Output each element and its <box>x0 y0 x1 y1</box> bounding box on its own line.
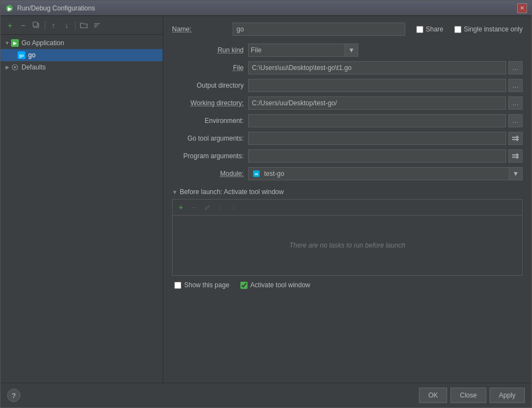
before-launch-section: ▼ Before launch: Activate tool window + … <box>172 188 523 289</box>
edit-task-button[interactable] <box>201 201 213 213</box>
run-kind-dropdown-button[interactable]: ▼ <box>345 44 358 56</box>
dialog-footer: ? OK Close Apply <box>1 383 531 407</box>
close-window-button[interactable]: ✕ <box>517 3 527 13</box>
show-page-checkbox[interactable] <box>174 282 181 289</box>
tree-defaults-label: Defaults <box>22 63 46 71</box>
single-instance-checkbox[interactable] <box>454 26 461 33</box>
svg-rect-10 <box>512 139 519 140</box>
output-dir-input[interactable] <box>248 79 506 92</box>
config-form: Name: Share Single instance only Run kin… <box>163 16 531 383</box>
svg-text:m: m <box>255 172 258 176</box>
move-down-button[interactable]: ↓ <box>61 19 73 31</box>
file-label: File <box>172 64 244 72</box>
working-dir-control: … <box>248 96 523 110</box>
output-dir-browse-button[interactable]: … <box>508 79 523 92</box>
svg-rect-9 <box>512 137 519 138</box>
sidebar-toolbar: + − ↑ ↓ <box>1 16 163 35</box>
tree-item-defaults[interactable]: ▶ Defaults <box>1 61 163 73</box>
window-icon: ▶ <box>5 4 14 13</box>
go-tool-args-label: Go tool arguments: <box>172 135 244 142</box>
go-file-icon: go <box>17 51 26 60</box>
toolbar-separator <box>45 21 45 30</box>
help-button[interactable]: ? <box>7 389 20 402</box>
svg-text:▶: ▶ <box>8 6 12 12</box>
environment-control: … <box>248 114 523 127</box>
folder-button[interactable] <box>78 19 90 31</box>
go-tool-args-input[interactable] <box>248 132 506 145</box>
tree-defaults-arrow: ▶ <box>4 64 10 71</box>
remove-task-button[interactable]: − <box>188 201 200 213</box>
run-kind-row: Run kind File ▼ <box>172 44 523 57</box>
svg-rect-11 <box>517 136 518 141</box>
tree-group-go-application[interactable]: ▼ ▶ Go Application <box>1 37 163 49</box>
share-checkbox[interactable] <box>416 26 423 33</box>
name-row: Name: Share Single instance only <box>172 23 523 36</box>
apply-button[interactable]: Apply <box>490 388 525 403</box>
remove-config-button[interactable]: − <box>17 19 29 31</box>
environment-input[interactable] <box>248 114 506 127</box>
working-dir-browse-button[interactable]: … <box>508 96 523 110</box>
config-tree: ▼ ▶ Go Application ▶ go go <box>1 35 163 383</box>
move-up-button[interactable]: ↑ <box>47 19 60 31</box>
name-field-label: Name: <box>172 25 227 33</box>
footer-left: ? <box>7 389 20 402</box>
add-config-button[interactable]: + <box>4 19 16 31</box>
working-dir-label: Working directory: <box>172 99 244 107</box>
output-dir-row: Output directory … <box>172 79 523 92</box>
main-window: ▶ Run/Debug Configurations ✕ + − ↑ <box>0 0 532 408</box>
move-task-up-button[interactable]: ↑ <box>214 201 227 213</box>
toolbar-separator-2 <box>75 21 76 30</box>
working-dir-input[interactable] <box>248 96 506 110</box>
tree-item-label: go <box>28 51 35 59</box>
go-tool-args-row: Go tool arguments: <box>172 132 523 145</box>
program-args-input[interactable] <box>248 149 506 163</box>
program-args-label: Program arguments: <box>172 152 244 160</box>
main-content: + − ↑ ↓ <box>1 16 531 383</box>
module-row: Module: m test-go ▼ <box>172 167 523 180</box>
program-args-expand-button[interactable] <box>508 149 523 163</box>
output-dir-control: … <box>248 79 523 92</box>
share-label: Share <box>426 25 443 33</box>
name-input[interactable] <box>233 23 405 36</box>
tree-item-go[interactable]: ▶ go go <box>1 49 163 61</box>
file-control: … <box>248 61 523 74</box>
launch-toolbar: + − ↑ ↓ <box>172 199 523 215</box>
module-dropdown-button[interactable]: ▼ <box>509 168 522 180</box>
run-kind-value: File <box>249 46 345 54</box>
svg-point-8 <box>14 66 16 68</box>
activate-window-checkbox[interactable] <box>240 282 248 289</box>
show-page-label: Show this page <box>184 281 229 289</box>
file-input[interactable] <box>248 61 506 74</box>
launch-task-area: There are no tasks to run before launch <box>172 215 523 276</box>
move-task-down-button[interactable]: ↓ <box>228 201 240 213</box>
single-instance-label: Single instance only <box>464 25 523 33</box>
program-args-row: Program arguments: <box>172 149 523 163</box>
svg-rect-3 <box>33 22 37 26</box>
output-dir-label: Output directory <box>172 82 244 89</box>
tree-expand-arrow: ▼ <box>4 40 10 46</box>
ok-button[interactable]: OK <box>419 388 447 403</box>
bottom-checkboxes: Show this page Activate tool window <box>172 281 523 289</box>
before-launch-header[interactable]: ▼ Before launch: Activate tool window <box>172 188 523 196</box>
go-application-icon: ▶ <box>10 39 19 47</box>
module-icon: m <box>251 168 262 179</box>
file-browse-button[interactable]: … <box>508 61 523 74</box>
close-button[interactable]: Close <box>450 388 486 403</box>
window-title: Run/Debug Configurations <box>17 4 517 12</box>
activate-window-label: Activate tool window <box>250 281 310 289</box>
activate-window-check-item: Activate tool window <box>240 281 310 289</box>
add-task-button[interactable]: + <box>175 201 187 213</box>
environment-browse-button[interactable]: … <box>508 114 523 127</box>
before-launch-label: Before launch: Activate tool window <box>180 188 284 196</box>
sort-button[interactable] <box>91 19 103 31</box>
run-kind-select-wrapper: File ▼ <box>248 44 358 57</box>
single-instance-checkbox-group: Single instance only <box>454 25 523 33</box>
environment-row: Environment: … <box>172 114 523 127</box>
section-collapse-arrow: ▼ <box>172 189 178 195</box>
module-value: test-go <box>262 170 509 178</box>
go-tool-args-expand-button[interactable] <box>508 132 523 145</box>
window-controls: ✕ <box>517 3 527 13</box>
copy-config-button[interactable] <box>30 19 42 31</box>
form-fields: Run kind File ▼ File … <box>172 44 523 180</box>
show-page-check-item: Show this page <box>174 281 229 289</box>
